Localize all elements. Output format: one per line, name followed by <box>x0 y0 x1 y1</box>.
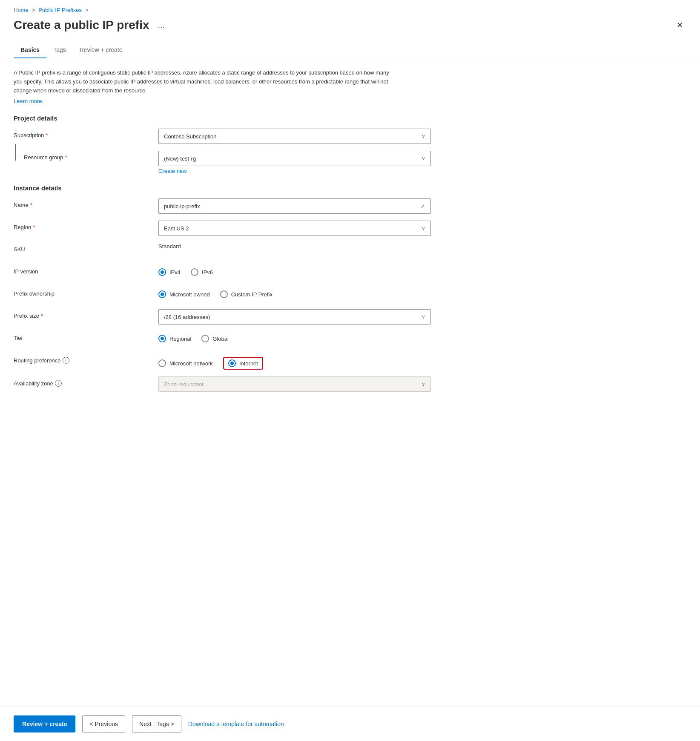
tier-radio-group: Regional Global <box>158 331 431 342</box>
breadcrumb-sep1: > <box>32 7 35 13</box>
main-content: A Public IP prefix is a range of contigu… <box>0 58 700 707</box>
instance-details-heading: Instance details <box>14 184 686 192</box>
region-chevron-icon: ∨ <box>422 225 425 231</box>
ipv6-radio-icon[interactable] <box>191 268 198 276</box>
name-check-icon: ✓ <box>421 203 425 210</box>
routing-internet-option[interactable]: Internet <box>223 357 263 370</box>
prefix-ownership-microsoft-option[interactable]: Microsoft owned <box>158 290 210 298</box>
region-control: East US 2 ∨ <box>158 221 431 236</box>
region-label: Region * <box>14 221 158 230</box>
tier-row: Tier Regional Global <box>14 331 686 347</box>
breadcrumb-home[interactable]: Home <box>14 7 29 13</box>
resource-group-label: Resource group * <box>14 151 158 161</box>
ipv4-radio-icon[interactable] <box>158 268 166 276</box>
resource-group-control: (New) test-rg ∨ Create new <box>158 151 431 174</box>
internet-radio-icon[interactable] <box>228 359 236 367</box>
tab-review-create[interactable]: Review + create <box>73 42 129 58</box>
routing-preference-label: Routing preference i <box>14 353 158 364</box>
sku-row: SKU Standard <box>14 243 686 258</box>
page-title: Create a public IP prefix <box>14 18 149 32</box>
ellipsis-button[interactable]: ... <box>155 19 169 32</box>
breadcrumb-sep2: > <box>85 7 89 13</box>
breadcrumb: Home > Public IP Prefixes > <box>14 7 686 13</box>
global-radio-icon[interactable] <box>201 335 209 342</box>
subscription-required: * <box>46 132 48 138</box>
region-dropdown[interactable]: East US 2 ∨ <box>158 221 431 236</box>
prefix-size-row: Prefix size * /28 (16 addresses) ∨ <box>14 309 686 325</box>
download-template-link[interactable]: Download a template for automation <box>188 721 284 727</box>
routing-preference-info-icon[interactable]: i <box>63 357 69 364</box>
region-row: Region * East US 2 ∨ <box>14 221 686 236</box>
prefix-ownership-label: Prefix ownership <box>14 287 158 297</box>
breadcrumb-prefixes[interactable]: Public IP Prefixes <box>38 7 82 13</box>
subscription-label: Subscription * <box>14 129 158 138</box>
regional-radio-icon[interactable] <box>158 335 166 342</box>
resource-group-dropdown[interactable]: (New) test-rg ∨ <box>158 151 431 166</box>
project-details-heading: Project details <box>14 115 686 122</box>
prefix-ownership-row: Prefix ownership Microsoft owned Custom … <box>14 287 686 302</box>
prefix-ownership-custom-option[interactable]: Custom IP Prefix <box>220 290 273 298</box>
custom-ip-radio-icon[interactable] <box>220 290 228 298</box>
availability-zone-info-icon[interactable]: i <box>55 380 62 387</box>
sku-label: SKU <box>14 243 158 253</box>
availability-zone-chevron-icon: ∨ <box>422 381 425 387</box>
routing-preference-row: Routing preference i Microsoft network I… <box>14 353 686 370</box>
prefix-size-control: /28 (16 addresses) ∨ <box>158 309 431 325</box>
ip-version-ipv4-option[interactable]: IPv4 <box>158 268 181 276</box>
description-text: A Public IP prefix is a range of contigu… <box>14 69 397 95</box>
subscription-chevron-icon: ∨ <box>422 133 425 139</box>
sku-value-container: Standard <box>158 243 431 250</box>
prefix-ownership-radio-group: Microsoft owned Custom IP Prefix <box>158 287 431 298</box>
name-required: * <box>30 202 32 208</box>
availability-zone-dropdown[interactable]: Zone-redundant ∨ <box>158 376 431 392</box>
region-required: * <box>33 224 35 230</box>
review-create-button[interactable]: Review + create <box>14 715 75 732</box>
tier-regional-option[interactable]: Regional <box>158 335 191 342</box>
subscription-dropdown[interactable]: Contoso Subscription ∨ <box>158 129 431 144</box>
ip-version-control: IPv4 IPv6 <box>158 265 431 276</box>
prefix-size-required: * <box>41 313 43 319</box>
next-button[interactable]: Next : Tags > <box>132 715 181 732</box>
prefix-ownership-control: Microsoft owned Custom IP Prefix <box>158 287 431 298</box>
tier-control: Regional Global <box>158 331 431 342</box>
ip-version-radio-group: IPv4 IPv6 <box>158 265 431 276</box>
name-control: public-ip-prefix ✓ <box>158 198 431 214</box>
routing-microsoft-network-option[interactable]: Microsoft network <box>158 359 213 367</box>
microsoft-network-radio-icon[interactable] <box>158 359 166 367</box>
sku-value: Standard <box>158 240 181 250</box>
microsoft-owned-radio-icon[interactable] <box>158 290 166 298</box>
prefix-size-label: Prefix size * <box>14 309 158 319</box>
resource-group-required: * <box>65 154 67 161</box>
tier-global-option[interactable]: Global <box>201 335 229 342</box>
footer: Review + create < Previous Next : Tags >… <box>0 707 700 741</box>
routing-preference-control: Microsoft network Internet <box>158 353 431 370</box>
ip-version-row: IP version IPv4 IPv6 <box>14 265 686 280</box>
routing-preference-radio-group: Microsoft network Internet <box>158 353 431 370</box>
prefix-size-chevron-icon: ∨ <box>422 314 425 320</box>
ip-version-ipv6-option[interactable]: IPv6 <box>191 268 213 276</box>
tab-tags[interactable]: Tags <box>46 42 73 58</box>
name-row: Name * public-ip-prefix ✓ <box>14 198 686 214</box>
availability-zone-label: Availability zone i <box>14 376 158 387</box>
availability-zone-row: Availability zone i Zone-redundant ∨ <box>14 376 686 392</box>
ip-version-label: IP version <box>14 265 158 275</box>
previous-button[interactable]: < Previous <box>82 715 125 732</box>
learn-more-link[interactable]: Learn more. <box>14 98 43 104</box>
tab-bar: Basics Tags Review + create <box>0 42 700 58</box>
subscription-row: Subscription * Contoso Subscription ∨ <box>14 129 686 144</box>
prefix-size-dropdown[interactable]: /28 (16 addresses) ∨ <box>158 309 431 325</box>
subscription-control: Contoso Subscription ∨ <box>158 129 431 144</box>
close-button[interactable]: ✕ <box>673 19 686 32</box>
create-new-link[interactable]: Create new <box>158 168 431 174</box>
tab-basics[interactable]: Basics <box>14 42 46 58</box>
resource-group-row: Resource group * (New) test-rg ∨ Create … <box>14 151 686 174</box>
name-label: Name * <box>14 198 158 208</box>
name-input[interactable]: public-ip-prefix ✓ <box>158 198 431 214</box>
availability-zone-control: Zone-redundant ∨ <box>158 376 431 392</box>
resource-group-chevron-icon: ∨ <box>422 155 425 161</box>
tier-label: Tier <box>14 331 158 341</box>
